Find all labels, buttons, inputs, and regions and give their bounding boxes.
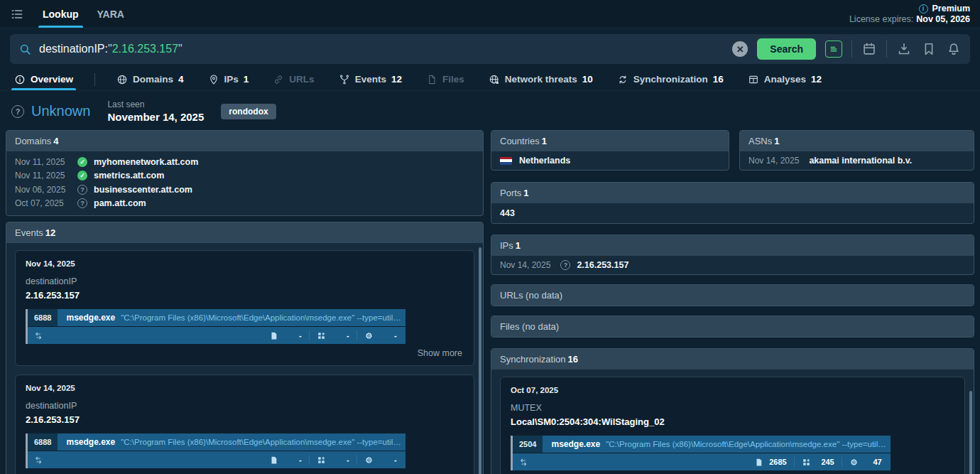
modules-count: 245 xyxy=(795,453,842,470)
panel-events-header: Events12 xyxy=(6,222,483,243)
network-flow-icon xyxy=(518,457,529,468)
domain-row[interactable]: Nov 11, 2025 ✓ myhomenetwork.att.com xyxy=(15,155,474,169)
window-icon xyxy=(748,74,759,85)
divider xyxy=(94,73,95,86)
process-bar[interactable]: 6888 msedge.exe "C:\Program Files (x86)\… xyxy=(26,433,375,468)
domain-row[interactable]: Oct 07, 2025 ? pam.att.com xyxy=(15,197,474,211)
bookmark-icon[interactable] xyxy=(921,41,937,57)
panel-countries: Countries1 Netherlands xyxy=(491,130,729,171)
threat-tag[interactable]: rondodox xyxy=(221,104,276,119)
process-pid: 6888 xyxy=(28,309,58,326)
tab-overview[interactable]: Overview xyxy=(11,68,76,90)
calendar-icon[interactable] xyxy=(861,41,877,57)
license-expiry: License expires:Nov 05, 2026 xyxy=(849,14,970,24)
panel-domains-header: Domains4 xyxy=(6,131,483,151)
verdict: ? Unknown xyxy=(11,103,90,119)
process-cmdline: "C:\Program Files (x86)\Microsoft\Edge\A… xyxy=(606,440,891,448)
files-count-icon xyxy=(269,331,278,340)
query-field: destinationIP: xyxy=(39,43,108,55)
ip-row[interactable]: Nov 14, 2025 ? 2.16.253.157 xyxy=(491,256,974,274)
sync-card: Oct 07, 2025 MUTEX Local\SM0:2504:304:Wi… xyxy=(500,377,965,474)
query-builder-icon[interactable] xyxy=(825,41,842,58)
modules-count-icon xyxy=(317,456,326,465)
globe-icon xyxy=(116,74,128,85)
panel-ips: IPs1 Nov 14, 2025 ? 2.16.253.157 xyxy=(491,235,974,275)
file-icon xyxy=(426,74,437,85)
registry-count: - xyxy=(357,451,404,468)
download-icon[interactable] xyxy=(896,41,912,57)
registry-count: 47 xyxy=(842,453,889,470)
tab-ips[interactable]: IPs1 xyxy=(205,68,252,90)
link-icon xyxy=(273,74,284,85)
top-bar: Lookup YARA i Premium License expires:No… xyxy=(0,0,980,28)
process-cmdline: "C:\Program Files (x86)\Microsoft\Edge\A… xyxy=(121,313,405,322)
premium-badge: i Premium xyxy=(849,4,970,14)
search-bar: destinationIP:"2.16.253.157" ✕ Search xyxy=(10,34,970,64)
question-icon: ? xyxy=(77,198,87,208)
panel-ports: Ports1 443 xyxy=(491,182,974,224)
pin-icon xyxy=(208,74,219,85)
tab-yara-label: YARA xyxy=(97,9,124,20)
network-flow-icon xyxy=(33,330,44,341)
panel-synchronization: Synchronization16 Oct 07, 2025 MUTEX Loc… xyxy=(491,348,974,474)
tab-network-threats[interactable]: Network threats10 xyxy=(486,68,596,90)
scrollbar-thumb[interactable] xyxy=(479,247,481,474)
premium-label: Premium xyxy=(932,4,971,14)
scrollbar-thumb[interactable] xyxy=(969,391,972,474)
tab-domains[interactable]: Domains4 xyxy=(114,68,187,90)
tab-analyses[interactable]: Analyses12 xyxy=(745,68,824,90)
branch-icon xyxy=(339,74,350,85)
tab-events[interactable]: Events12 xyxy=(336,68,405,90)
info-icon xyxy=(14,74,26,85)
process-bar[interactable]: 2504 msedge.exe "C:\Program Files (x86)\… xyxy=(511,436,860,470)
domain-row[interactable]: Nov 06, 2025 ? businesscenter.att.com xyxy=(15,183,474,197)
divider xyxy=(851,41,852,58)
network-globe-icon xyxy=(489,74,500,85)
event-card: Nov 14, 2025 destinationIP 2.16.253.157 … xyxy=(15,250,474,366)
process-pid: 2504 xyxy=(513,436,543,453)
bell-icon[interactable] xyxy=(946,41,962,57)
modules-count-icon xyxy=(317,331,326,340)
panel-events: Events12 Nov 14, 2025 destinationIP 2.16… xyxy=(6,222,484,474)
registry-gear-icon xyxy=(364,456,374,465)
files-count-icon xyxy=(754,458,763,467)
tab-lookup[interactable]: Lookup xyxy=(38,0,83,28)
question-icon: ? xyxy=(560,260,570,270)
search-icon xyxy=(18,43,32,56)
process-name: msedge.exe xyxy=(66,313,115,323)
menu-list-icon[interactable] xyxy=(10,0,28,28)
modules-count-icon xyxy=(802,458,811,467)
check-icon: ✓ xyxy=(77,171,87,181)
clear-icon[interactable]: ✕ xyxy=(732,41,748,57)
tab-synchronization[interactable]: Synchronization16 xyxy=(614,68,726,90)
result-tabs: Overview Domains4 IPs1 URLs Events12 Fil… xyxy=(0,68,980,91)
panel-domains: Domains4 Nov 11, 2025 ✓ myhomenetwork.at… xyxy=(6,130,484,216)
verdict-label: Unknown xyxy=(31,103,90,119)
registry-gear-icon xyxy=(364,331,374,340)
tab-files: Files xyxy=(423,68,467,90)
panel-asns: ASNs1 Nov 14, 2025 akamai international … xyxy=(739,130,974,171)
search-button[interactable]: Search xyxy=(757,38,816,60)
asn-row[interactable]: Nov 14, 2025 akamai international b.v. xyxy=(740,151,974,170)
files-count-icon xyxy=(269,456,278,465)
process-name: msedge.exe xyxy=(66,437,115,447)
process-bar[interactable]: 6888 msedge.exe "C:\Program Files (x86)\… xyxy=(26,309,375,344)
netherlands-flag xyxy=(500,157,512,165)
tab-yara[interactable]: YARA xyxy=(93,0,129,28)
country-row[interactable]: Netherlands xyxy=(491,151,729,170)
registry-gear-icon xyxy=(849,458,859,467)
process-pid: 6888 xyxy=(28,433,58,451)
last-seen: Last seen November 14, 2025 xyxy=(107,99,204,123)
modules-count: - xyxy=(310,451,356,468)
info-icon: i xyxy=(919,4,928,14)
tab-lookup-label: Lookup xyxy=(43,9,79,20)
port-row[interactable]: 443 xyxy=(491,203,974,223)
license-block: i Premium License expires:Nov 05, 2026 xyxy=(849,0,970,28)
registry-count: - xyxy=(357,327,404,344)
show-more-link[interactable]: Show more xyxy=(26,344,464,360)
panel-files: Files (no data) xyxy=(491,316,974,338)
domain-row[interactable]: Nov 11, 2025 ✓ smetrics.att.com xyxy=(15,169,474,183)
search-input[interactable]: destinationIP:"2.16.253.157" xyxy=(39,43,732,55)
show-more-link[interactable]: Show more xyxy=(26,468,464,474)
files-count: - xyxy=(262,327,309,344)
